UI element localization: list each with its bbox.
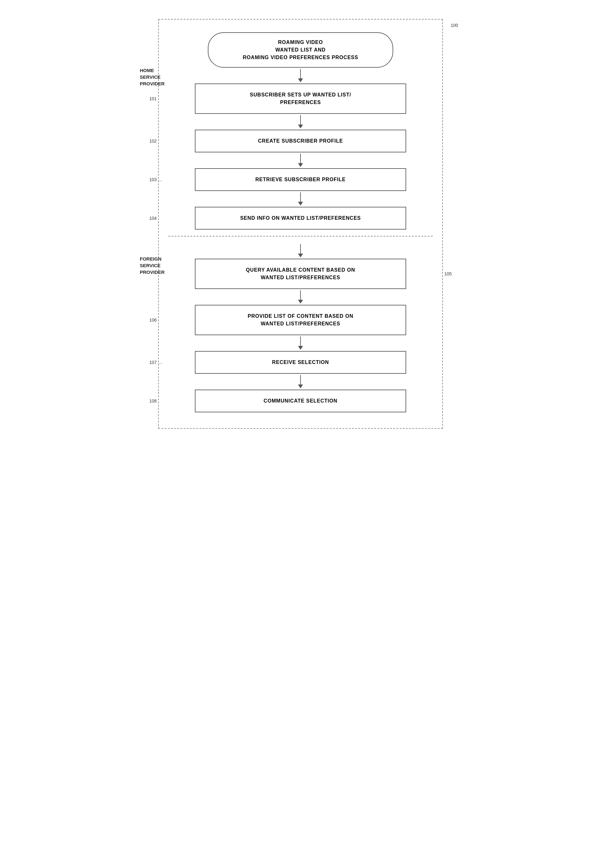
foreign-service-provider-label: FOREIGNSERVICEPROVIDER: [140, 256, 165, 276]
arrow-head: [298, 300, 303, 303]
arrow-shaft: [300, 154, 301, 163]
node-103-wrapper: 103 … RETRIEVE SUBSCRIBER PROFILE: [168, 168, 433, 191]
arrow-shaft: [300, 69, 301, 78]
arrow-6: [168, 335, 433, 351]
arrow-head: [298, 78, 303, 82]
arrow-2: [168, 152, 433, 168]
ref-101: 101: [149, 96, 157, 101]
arrow-0: [168, 68, 433, 84]
ref-104: 104: [149, 216, 157, 221]
node-103-text: RETRIEVE SUBSCRIBER PROFILE: [255, 177, 346, 182]
node-104-text: SEND INFO ON WANTED LIST/PREFERENCES: [240, 215, 361, 221]
arrow-shaft: [300, 375, 301, 385]
node-106-text: PROVIDE LIST OF CONTENT BASED ONWANTED L…: [248, 314, 353, 326]
node-106: PROVIDE LIST OF CONTENT BASED ONWANTED L…: [195, 305, 406, 335]
arrow-head: [298, 163, 303, 167]
node-108-wrapper: 108 COMMUNICATE SELECTION: [168, 390, 433, 412]
outer-box: 100 HOMESERVICEPROVIDER ROAMING VIDEOWAN…: [158, 19, 443, 429]
arrow-3: [168, 191, 433, 207]
foreign-section: FOREIGNSERVICEPROVIDER QUERY AVAILABLE C…: [168, 240, 433, 412]
ref-108: 108: [149, 398, 157, 404]
arrow-head: [298, 254, 303, 257]
arrow-head: [298, 346, 303, 350]
ref-100: 100: [451, 23, 458, 28]
node-104: SEND INFO ON WANTED LIST/PREFERENCES: [195, 207, 406, 230]
arrow-head: [298, 202, 303, 206]
arrow-7: [168, 374, 433, 390]
node-107: RECEIVE SELECTION: [195, 351, 406, 374]
arrow-shaft: [300, 337, 301, 346]
node-107-wrapper: 107 … RECEIVE SELECTION: [168, 351, 433, 374]
node-104-wrapper: 104 SEND INFO ON WANTED LIST/PREFERENCES: [168, 207, 433, 230]
arrow-4: [168, 243, 433, 259]
node-101: SUBSCRIBER SETS UP WANTED LIST/PREFERENC…: [195, 84, 406, 114]
node-101-wrapper: 101 SUBSCRIBER SETS UP WANTED LIST/PREFE…: [168, 84, 433, 114]
node-107-text: RECEIVE SELECTION: [272, 359, 329, 365]
home-section: HOMESERVICEPROVIDER ROAMING VIDEOWANTED …: [168, 26, 433, 233]
arrow-5: [168, 289, 433, 305]
ref-105: 105: [444, 271, 452, 276]
start-node-text: ROAMING VIDEOWANTED LIST ANDROAMING VIDE…: [243, 40, 358, 60]
node-105: QUERY AVAILABLE CONTENT BASED ONWANTED L…: [195, 259, 406, 289]
section-divider: [168, 236, 433, 236]
node-102-wrapper: 102 CREATE SUBSCRIBER PROFILE: [168, 129, 433, 152]
node-106-wrapper: 106 PROVIDE LIST OF CONTENT BASED ONWANT…: [168, 305, 433, 335]
ref-102: 102: [149, 139, 157, 143]
arrow-shaft: [300, 192, 301, 202]
arrow-shaft: [300, 244, 301, 254]
arrow-head: [298, 385, 303, 388]
node-108-text: COMMUNICATE SELECTION: [264, 398, 337, 404]
ref-103: 103 …: [149, 177, 162, 182]
node-105-text: QUERY AVAILABLE CONTENT BASED ONWANTED L…: [246, 267, 355, 280]
node-105-wrapper: QUERY AVAILABLE CONTENT BASED ONWANTED L…: [168, 259, 433, 289]
arrow-1: [168, 114, 433, 129]
node-101-text: SUBSCRIBER SETS UP WANTED LIST/PREFERENC…: [250, 92, 351, 105]
home-service-provider-label: HOMESERVICEPROVIDER: [140, 67, 165, 87]
ref-106: 106: [149, 317, 157, 323]
ref-107: 107 …: [149, 360, 162, 365]
node-108: COMMUNICATE SELECTION: [195, 390, 406, 412]
arrow-head: [298, 125, 303, 128]
arrow-shaft: [300, 115, 301, 125]
node-103: RETRIEVE SUBSCRIBER PROFILE: [195, 168, 406, 191]
diagram-container: 100 HOMESERVICEPROVIDER ROAMING VIDEOWAN…: [158, 19, 443, 429]
start-node: ROAMING VIDEOWANTED LIST ANDROAMING VIDE…: [208, 32, 393, 68]
node-102: CREATE SUBSCRIBER PROFILE: [195, 129, 406, 152]
node-102-text: CREATE SUBSCRIBER PROFILE: [258, 138, 343, 143]
arrow-shaft: [300, 290, 301, 300]
